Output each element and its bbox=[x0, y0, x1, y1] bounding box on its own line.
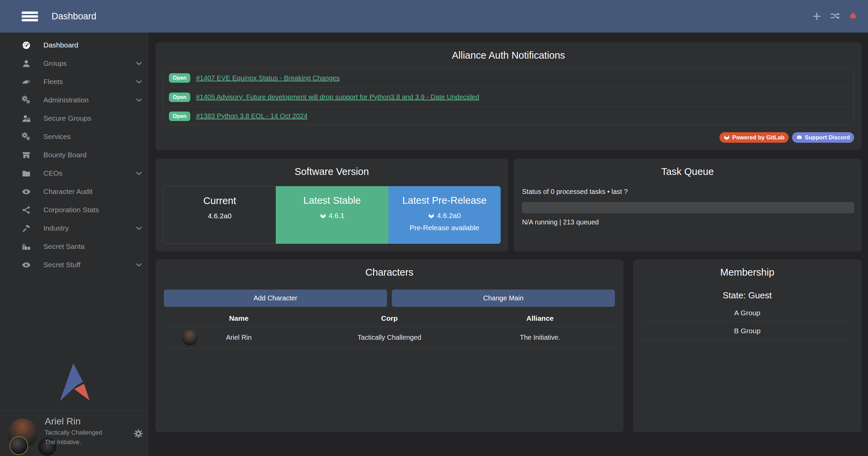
sidebar-item-fleets[interactable]: Fleets bbox=[0, 73, 149, 91]
version-current-value: 4.6.2a0 bbox=[208, 212, 232, 220]
sidebar-item-label: CEOs bbox=[43, 169, 62, 177]
speedometer-icon bbox=[21, 41, 31, 50]
top-navbar: Dashboard bbox=[0, 0, 868, 33]
user-icon bbox=[21, 59, 31, 68]
footer-badges: Powered by GitLab Support Discord bbox=[719, 132, 854, 143]
characters-actions: Add Character Change Main bbox=[164, 290, 615, 307]
sidebar-item-label: Dashboard bbox=[43, 41, 78, 49]
chevron-down-icon bbox=[135, 96, 143, 104]
notification-link[interactable]: #1405 Advisory: Future development will … bbox=[196, 93, 479, 101]
sidebar-item-secret-santa[interactable]: Secret Santa bbox=[0, 237, 149, 256]
navbar-actions bbox=[812, 11, 858, 21]
sidebar-item-label: Secret Stuff bbox=[43, 261, 80, 269]
notification-item: Open #1407 EVE Equinox Status - Breaking… bbox=[163, 68, 854, 87]
notification-link[interactable]: #1407 EVE Equinox Status - Breaking Chan… bbox=[196, 74, 340, 82]
sidebar-item-dashboard[interactable]: Dashboard bbox=[0, 36, 149, 54]
change-main-button[interactable]: Change Main bbox=[392, 290, 615, 307]
characters-table: Name Corp Alliance Ariel Rin Tactically … bbox=[163, 310, 615, 349]
sidebar-item-label: Secure Groups bbox=[43, 114, 91, 122]
share-icon bbox=[21, 205, 31, 215]
gitlab-icon bbox=[724, 134, 730, 141]
page-title: Dashboard bbox=[52, 11, 96, 22]
version-stable-cell: Latest Stable 4.6.1 bbox=[276, 186, 388, 244]
sidebar: Dashboard Groups Fleets Administration S… bbox=[0, 33, 149, 456]
sidebar-item-bounty-board[interactable]: Bounty Board bbox=[0, 146, 149, 164]
sidebar-item-label: Secret Santa bbox=[43, 242, 84, 251]
support-discord-badge[interactable]: Support Discord bbox=[792, 132, 854, 143]
version-stable-value: 4.6.1 bbox=[329, 212, 345, 220]
prerelease-note: Pre-Release available bbox=[388, 224, 501, 232]
store-icon bbox=[21, 151, 31, 160]
membership-panel: Membership State: Guest A Group B Group bbox=[633, 259, 862, 432]
status-badge: Open bbox=[169, 112, 190, 121]
notification-item: Open #1383 Python 3.8 EOL - 14 Oct 2024 bbox=[163, 106, 854, 125]
notifications-title: Alliance Auth Notifications bbox=[155, 42, 862, 61]
user-settings-gear-icon[interactable] bbox=[133, 428, 144, 439]
status-badge: Open bbox=[169, 93, 190, 102]
notification-link[interactable]: #1383 Python 3.8 EOL - 14 Oct 2024 bbox=[196, 112, 307, 120]
menu-toggle-button[interactable] bbox=[22, 12, 38, 21]
sidebar-item-secure-groups[interactable]: Secure Groups bbox=[0, 109, 149, 127]
sidebar-item-character-audit[interactable]: Character Audit bbox=[0, 182, 149, 201]
software-version-panel: Software Version Current 4.6.2a0 Latest … bbox=[155, 159, 508, 252]
character-portrait bbox=[182, 330, 197, 345]
shuffle-icon[interactable] bbox=[830, 11, 840, 21]
column-header-name: Name bbox=[163, 314, 314, 322]
user-alliance: The Initiative. bbox=[45, 439, 102, 446]
notification-bell-icon[interactable] bbox=[848, 12, 858, 21]
sidebar-item-label: Character Audit bbox=[43, 187, 93, 196]
sidebar-item-corporation-stats[interactable]: Corporation Stats bbox=[0, 201, 149, 219]
discord-icon bbox=[796, 134, 803, 141]
version-table: Current 4.6.2a0 Latest Stable 4.6.1 Late… bbox=[163, 186, 501, 244]
notification-item: Open #1405 Advisory: Future development … bbox=[163, 87, 854, 106]
chevron-down-icon bbox=[135, 224, 143, 233]
powered-by-gitlab-badge[interactable]: Powered by GitLab bbox=[719, 132, 789, 143]
sidebar-item-secret-stuff[interactable]: Secret Stuff bbox=[0, 256, 149, 274]
task-queue-status-text: Status of 0 processed tasks • last ? bbox=[522, 188, 628, 196]
version-prerelease-value: 4.6.2a0 bbox=[437, 212, 461, 220]
sidebar-item-label: Industry bbox=[43, 224, 69, 232]
rocket-icon bbox=[21, 77, 31, 86]
characters-table-header: Name Corp Alliance bbox=[163, 310, 615, 327]
add-icon[interactable] bbox=[812, 11, 822, 21]
table-row: Ariel Rin Tactically Challenged The Init… bbox=[163, 327, 615, 349]
version-prerelease-label: Latest Pre-Release bbox=[388, 195, 501, 206]
sidebar-item-industry[interactable]: Industry bbox=[0, 219, 149, 237]
character-alliance: The Initiative. bbox=[465, 334, 615, 341]
sidebar-item-label: Administration bbox=[43, 96, 89, 104]
column-header-alliance: Alliance bbox=[465, 314, 615, 322]
characters-panel: Characters Add Character Change Main Nam… bbox=[155, 259, 623, 432]
chevron-down-icon bbox=[135, 261, 143, 269]
task-queue-queued-text: N/A running | 213 queued bbox=[522, 218, 599, 226]
software-version-title: Software Version bbox=[155, 159, 508, 177]
sidebar-item-label: Corporation Stats bbox=[43, 206, 99, 214]
task-queue-title: Task Queue bbox=[514, 159, 862, 177]
sidebar-menu: Dashboard Groups Fleets Administration S… bbox=[0, 36, 149, 274]
status-badge: Open bbox=[169, 73, 190, 83]
gitlab-icon bbox=[320, 213, 326, 219]
cogs-icon bbox=[21, 132, 31, 141]
sidebar-item-administration[interactable]: Administration bbox=[0, 91, 149, 109]
gifts-icon bbox=[21, 242, 31, 251]
column-header-corp: Corp bbox=[314, 314, 465, 322]
sidebar-item-groups[interactable]: Groups bbox=[0, 54, 149, 73]
membership-groups-list: A Group B Group bbox=[640, 304, 854, 340]
sidebar-item-ceos[interactable]: CEOs bbox=[0, 164, 149, 182]
user-name: Ariel Rin bbox=[45, 416, 102, 427]
sidebar-item-services[interactable]: Services bbox=[0, 127, 149, 146]
membership-title: Membership bbox=[633, 259, 862, 278]
add-character-button[interactable]: Add Character bbox=[164, 290, 387, 307]
characters-title: Characters bbox=[155, 259, 623, 278]
gitlab-icon bbox=[428, 213, 435, 219]
user-panel: Ariel Rin Tactically Challenged The Init… bbox=[0, 410, 149, 456]
alliance-auth-logo bbox=[54, 361, 94, 404]
user-info: Ariel Rin Tactically Challenged The Init… bbox=[45, 416, 102, 446]
version-prerelease-cell: Latest Pre-Release 4.6.2a0 Pre-Release a… bbox=[388, 186, 501, 244]
chevron-down-icon bbox=[135, 59, 143, 68]
sidebar-item-label: Bounty Board bbox=[43, 151, 86, 159]
page: Dashboard Dashboard Groups Fleets bbox=[0, 0, 868, 456]
alliance-auth-notifications-panel: Alliance Auth Notifications Open #1407 E… bbox=[155, 42, 862, 150]
sidebar-item-label: Groups bbox=[43, 59, 67, 67]
task-queue-panel: Task Queue Status of 0 processed tasks •… bbox=[514, 159, 862, 252]
version-current-cell: Current 4.6.2a0 bbox=[163, 186, 276, 243]
